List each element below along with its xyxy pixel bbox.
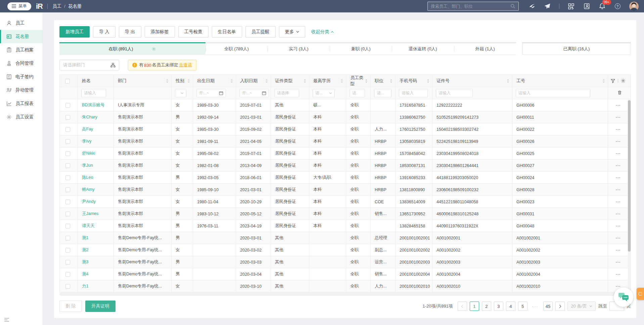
column-header-hire[interactable]: 入职日期 xyxy=(236,75,271,87)
filter-input-type[interactable]: 请. xyxy=(350,89,365,97)
cell-name[interactable]: 测3 xyxy=(78,256,114,268)
row-checkbox[interactable] xyxy=(65,260,70,265)
paper-plane-icon[interactable] xyxy=(544,3,551,10)
certificate-button[interactable]: 开具证明 xyxy=(85,301,116,312)
tab-实习 (3人)[interactable]: 实习 (3人) xyxy=(268,42,330,55)
select-all-checkbox[interactable] xyxy=(65,79,70,84)
qr-code-icon[interactable] xyxy=(567,3,575,10)
filter-daterange-birth[interactable]: 开...~ xyxy=(196,89,226,97)
tab-全职 (789人)[interactable]: 全职 (789人) xyxy=(205,42,268,55)
row-checkbox[interactable] xyxy=(65,163,70,168)
cell-name[interactable]: BD演示账号 xyxy=(78,99,114,111)
row-actions-button[interactable]: ··· xyxy=(608,136,631,148)
delete-button[interactable]: 删 除 xyxy=(59,301,82,312)
toolbar-button-导入[interactable]: 导 入 xyxy=(93,26,116,38)
toolbar-button-添加标签[interactable]: 添加标签 xyxy=(145,26,175,38)
row-actions-button[interactable]: ··· xyxy=(608,244,631,256)
filter-daterange-hire[interactable]: 开...~ xyxy=(239,89,269,97)
more-button[interactable]: 更多 xyxy=(279,26,305,38)
search-input[interactable] xyxy=(431,4,508,9)
row-checkbox[interactable] xyxy=(65,248,70,253)
cell-name[interactable]: 谭天天 xyxy=(78,220,114,232)
row-checkbox[interactable] xyxy=(65,187,70,192)
cell-name[interactable]: 陈Leo xyxy=(78,172,114,184)
column-header-edu[interactable]: 最高学历 xyxy=(309,75,346,87)
row-actions-button[interactable]: ··· xyxy=(608,232,631,244)
filter-input-idtype[interactable]: 请选择 xyxy=(274,89,299,97)
column-header-phone[interactable]: 手机号码 xyxy=(396,75,432,87)
cell-name[interactable]: 力1 xyxy=(78,280,114,292)
column-settings-gear-icon[interactable] xyxy=(621,78,626,83)
tab-退休返聘 (0人)[interactable]: 退休返聘 (0人) xyxy=(392,42,454,55)
cell-name[interactable]: 雒Amy xyxy=(78,184,114,196)
tab-兼职 (0人)[interactable]: 兼职 (0人) xyxy=(330,42,392,55)
filter-select-edu[interactable]: 请... xyxy=(313,89,335,97)
page-button-5[interactable]: 5 xyxy=(518,302,527,311)
page-button-1[interactable]: 1 xyxy=(470,302,479,311)
filter-icon[interactable] xyxy=(611,79,615,83)
customer-service-button[interactable] xyxy=(614,287,633,307)
filter-input-idno[interactable]: 请输入 xyxy=(436,89,473,97)
filter-input-phone[interactable]: 请输入 xyxy=(399,89,428,97)
add-employee-button[interactable]: 新增员工 xyxy=(59,26,90,38)
row-actions-button[interactable]: ··· xyxy=(608,148,631,160)
sidebar-item-员工设置[interactable]: 员工设置 xyxy=(0,110,43,124)
cell-name[interactable]: 王James xyxy=(78,208,114,220)
cell-name[interactable]: 李Jun xyxy=(78,160,114,172)
bell-icon[interactable]: 99+ xyxy=(598,3,606,10)
row-checkbox[interactable] xyxy=(65,115,70,120)
filter-input-empno[interactable]: 请输入 xyxy=(516,89,590,97)
filter-input-position[interactable]: 请... xyxy=(374,89,392,97)
sidebar-item-员工报表[interactable]: 员工报表 xyxy=(0,97,43,110)
row-checkbox[interactable] xyxy=(65,272,70,277)
column-header-idtype[interactable]: 证件类型 xyxy=(271,75,309,87)
page-button-3[interactable]: 3 xyxy=(494,302,503,311)
search-icon[interactable] xyxy=(510,4,515,9)
sidebar-item-花名册[interactable]: 花名册 xyxy=(0,30,43,43)
column-header-empno[interactable]: 工号 xyxy=(512,75,608,87)
filter-input-name[interactable]: 请输入 xyxy=(81,89,106,97)
breadcrumb-section[interactable]: 员工 xyxy=(52,3,61,9)
cell-name[interactable]: 测4 xyxy=(78,268,114,280)
cell-name[interactable]: 朱Chary xyxy=(78,111,114,123)
sidebar-item-员工档案[interactable]: 员工档案 xyxy=(0,43,43,57)
contacts-icon[interactable] xyxy=(583,3,590,10)
row-actions-button[interactable]: ··· xyxy=(608,256,631,268)
filter-select-gender[interactable] xyxy=(175,89,186,97)
row-checkbox[interactable] xyxy=(65,103,70,108)
wing-icon[interactable] xyxy=(528,3,536,10)
tab-gear-icon[interactable] xyxy=(151,47,156,51)
avatar[interactable] xyxy=(629,2,639,11)
toolbar-button-员工提醒[interactable]: 员工提醒 xyxy=(245,26,276,38)
app-logo[interactable]: iR xyxy=(36,2,43,11)
cell-name[interactable]: 测1 xyxy=(78,232,114,244)
column-header-birth[interactable]: 出生日期 xyxy=(193,75,236,87)
cell-name[interactable]: 高Fay xyxy=(78,123,114,136)
horizontal-scrollbar[interactable] xyxy=(59,292,631,296)
row-actions-button[interactable]: ··· xyxy=(608,111,631,123)
page-button-2[interactable]: 2 xyxy=(482,302,491,311)
column-header-type[interactable]: 员工类型 xyxy=(346,75,371,87)
next-page-button[interactable] xyxy=(555,302,565,311)
tab-外籍 (1人)[interactable]: 外籍 (1人) xyxy=(454,42,516,55)
menu-button[interactable]: 菜单 xyxy=(7,2,31,10)
sidebar-collapse-icon[interactable] xyxy=(4,318,9,322)
department-select[interactable]: 请选择部门 xyxy=(59,60,119,70)
cell-name[interactable]: 舒Nikki xyxy=(78,148,114,160)
row-checkbox[interactable] xyxy=(65,175,70,180)
cell-name[interactable]: 测2 xyxy=(78,244,114,256)
trash-icon[interactable] xyxy=(617,90,622,95)
cell-name[interactable]: 李Ivy xyxy=(78,136,114,148)
collapse-categories-link[interactable]: 收起分类 xyxy=(311,29,334,35)
sidebar-item-员工[interactable]: 员工 xyxy=(0,16,43,30)
row-actions-button[interactable]: ··· xyxy=(608,160,631,172)
tab-resigned[interactable]: 已离职 (16人) xyxy=(522,42,631,55)
side-widget-tab[interactable] xyxy=(637,288,644,300)
row-actions-button[interactable]: ··· xyxy=(608,220,631,232)
sidebar-item-异动管理[interactable]: 异动管理 xyxy=(0,84,43,97)
column-header-gender[interactable]: 性别 xyxy=(172,75,193,87)
toolbar-button-工号检查[interactable]: 工号检查 xyxy=(178,26,209,38)
row-actions-button[interactable]: ··· xyxy=(608,196,631,208)
toolbar-button-导出[interactable]: 导 出 xyxy=(119,26,141,38)
column-header-position[interactable]: 职位 xyxy=(371,75,396,87)
